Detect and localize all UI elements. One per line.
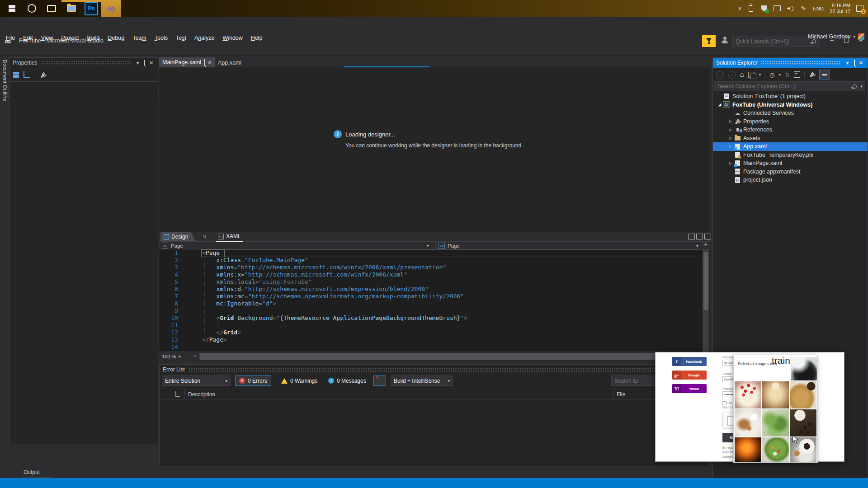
filter-button[interactable]: ✕: [373, 375, 386, 386]
code-line-7[interactable]: 7 xmlns:mc="http://schemas.openxmlformat…: [159, 293, 710, 300]
pin-icon[interactable]: [141, 60, 148, 66]
tree-item-app-xaml[interactable]: ▷App.xaml: [713, 142, 868, 151]
window-position-icon[interactable]: ▾: [844, 60, 851, 66]
captcha-image-strawberry-cake[interactable]: [735, 381, 761, 408]
file-explorer-button[interactable]: [61, 0, 81, 17]
captcha-image-pancakes[interactable]: [790, 381, 816, 408]
back-icon[interactable]: ‹: [716, 70, 724, 79]
menu-build[interactable]: Build: [83, 33, 104, 42]
task-view-button[interactable]: [42, 0, 61, 17]
tab-xaml[interactable]: <> XAML: [216, 232, 243, 242]
properties-wrench-icon[interactable]: [809, 70, 815, 79]
solution-explorer-search-input[interactable]: [715, 83, 853, 89]
menu-analyze[interactable]: Analyze: [190, 33, 218, 42]
tab-app-xaml[interactable]: App.xaml: [218, 58, 241, 67]
code-line-1[interactable]: 1<Page: [159, 249, 710, 257]
breadcrumb-left[interactable]: <> Page: [162, 243, 183, 249]
expander-collapsed-icon[interactable]: ▷: [727, 128, 734, 132]
code-line-14[interactable]: 14: [159, 343, 710, 351]
code-line-6[interactable]: 6 xmlns:d="http://schemas.microsoft.com/…: [159, 286, 710, 293]
warnings-filter-button[interactable]: 0 Warnings: [278, 375, 321, 386]
expand-pane-icon[interactable]: [704, 234, 711, 239]
menu-debug[interactable]: Debug: [104, 33, 128, 42]
pin-icon[interactable]: [851, 60, 858, 66]
error-list-header[interactable]: Error List: [160, 365, 709, 375]
chevron-down-icon[interactable]: ▾: [696, 244, 698, 248]
code-line-10[interactable]: 10 <Grid Background="{ThemeResource Appl…: [159, 314, 710, 322]
expander-collapsed-icon[interactable]: ▷: [727, 145, 734, 149]
xaml-code-editor[interactable]: 1<Page2 x:Class="FoxTube.MainPage"3 xmln…: [159, 249, 710, 352]
clock[interactable]: 5:16 PM 22-Jul-17: [830, 3, 850, 14]
expander-expanded-icon[interactable]: ◢: [717, 103, 723, 107]
pin-icon[interactable]: [204, 59, 205, 66]
photoshop-button[interactable]: Ps: [81, 0, 101, 17]
sort-alphabetical-icon[interactable]: [24, 71, 30, 78]
start-button[interactable]: [2, 0, 22, 17]
menu-test[interactable]: Test: [172, 33, 190, 42]
tree-item-mainpage-xaml[interactable]: ▷MainPage.xaml: [713, 159, 868, 168]
tree-item-connected-services[interactable]: ☁Connected Services: [713, 109, 868, 117]
menu-edit[interactable]: Edit: [19, 33, 37, 42]
close-icon[interactable]: ✕: [148, 60, 155, 66]
scroll-left-arrow[interactable]: ◂: [193, 353, 196, 358]
captcha-image-banana-dessert[interactable]: [762, 381, 789, 408]
breadcrumb-right[interactable]: <> Page: [439, 243, 460, 249]
facebook-login-button[interactable]: fFacebook: [672, 357, 707, 366]
user-account[interactable]: Michael Gordeev ▾: [808, 33, 864, 40]
output-tab[interactable]: Output: [24, 469, 40, 475]
horizontal-scrollbar-thumb[interactable]: [200, 353, 693, 360]
captcha-image-veggie-bowl[interactable]: [762, 437, 789, 462]
captcha-image-train[interactable]: [791, 357, 817, 380]
captcha-image-breakfast-plate[interactable]: [735, 409, 761, 436]
menu-tools[interactable]: Tools: [151, 33, 172, 42]
newsletter-checkbox[interactable]: [722, 401, 726, 405]
solution-explorer-header[interactable]: Solution Explorer ▾ ✕: [713, 58, 868, 68]
tree-item-package-appxmanifest[interactable]: Package.appxmanifest: [713, 168, 868, 176]
defender-shield-icon[interactable]: [760, 5, 768, 12]
language-indicator[interactable]: ENG: [813, 6, 824, 11]
code-line-5[interactable]: 5 xmlns:local="using:FoxTube": [159, 278, 710, 286]
volume-icon[interactable]: [787, 5, 794, 12]
menu-help[interactable]: Help: [247, 33, 267, 42]
tab-mainpage-xaml[interactable]: MainPage.xaml ✕: [159, 57, 215, 67]
google-login-button[interactable]: g+Google: [672, 371, 707, 380]
tab-design[interactable]: Design: [160, 232, 196, 241]
column-description[interactable]: Description: [188, 391, 215, 398]
captcha-image-orange-basket[interactable]: [735, 437, 761, 462]
error-scope-dropdown[interactable]: Entire Solution▾: [162, 375, 231, 386]
pending-changes-filter-icon[interactable]: ◷: [769, 70, 774, 79]
close-icon[interactable]: ✕: [208, 60, 212, 66]
column-file[interactable]: File: [617, 391, 625, 398]
usb-icon[interactable]: [747, 5, 755, 12]
categorized-icon[interactable]: [13, 72, 19, 78]
captcha-image-green-salad[interactable]: [762, 409, 789, 436]
menu-team[interactable]: Team: [128, 33, 151, 42]
split-grip-icon[interactable]: ✛: [703, 242, 708, 248]
window-position-icon[interactable]: ▾: [134, 60, 141, 66]
sync-icon[interactable]: ⇅: [785, 70, 790, 79]
tree-item-assets[interactable]: ▷Assets: [713, 134, 868, 143]
menu-view[interactable]: View: [37, 33, 57, 42]
vertical-scrollbar-thumb[interactable]: [703, 252, 708, 310]
tree-item-properties[interactable]: ▷Properties: [713, 117, 868, 126]
tree-item-references[interactable]: ▷References: [713, 126, 868, 134]
close-icon[interactable]: ✕: [858, 60, 864, 66]
tree-item-solution-foxtube-1-project-[interactable]: ∞Solution 'FoxTube' (1 project): [713, 92, 868, 101]
yahoo-login-button[interactable]: Y!Yahoo: [672, 384, 707, 393]
vertical-split-icon[interactable]: [688, 234, 695, 239]
collapse-all-icon[interactable]: [794, 70, 800, 79]
property-pages-icon[interactable]: [40, 72, 46, 78]
error-mode-dropdown[interactable]: Build + IntelliSense▾: [391, 375, 453, 386]
visual-studio-button[interactable]: ∞: [101, 0, 121, 17]
code-line-8[interactable]: 8 mc:Ignorable="d">: [159, 300, 710, 307]
chevron-down-icon[interactable]: ▾: [427, 244, 429, 248]
messages-filter-button[interactable]: i 0 Messages: [325, 375, 370, 386]
tree-item-foxtube-universal-windows-[interactable]: ◢C#FoxTube (Universal Windows): [713, 101, 868, 109]
preview-selected-items-button[interactable]: [819, 70, 830, 80]
home-icon[interactable]: ⌂: [740, 70, 744, 79]
cortana-button[interactable]: [22, 0, 42, 17]
code-line-11[interactable]: 11: [159, 322, 710, 329]
code-line-3[interactable]: 3 xmlns="http://schemas.microsoft.com/wi…: [159, 264, 710, 271]
hidden-icons-chevron[interactable]: ∨: [738, 5, 741, 11]
menu-window[interactable]: Window: [218, 33, 246, 42]
